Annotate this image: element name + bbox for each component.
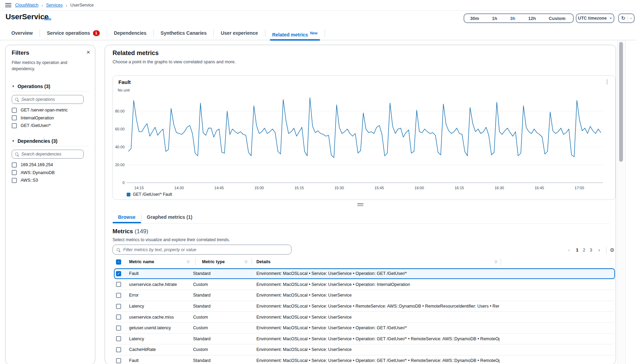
time-range-option[interactable]: 30m	[466, 15, 485, 21]
tab[interactable]: Service operations1	[40, 26, 106, 40]
col-metric-type: Metric type	[202, 259, 225, 264]
checkbox[interactable]	[12, 108, 17, 113]
tab[interactable]: Dependencies	[107, 26, 153, 40]
tab-browse[interactable]: Browse	[113, 212, 141, 223]
table-row[interactable]: Latency Standard Environment: MacOSLocal…	[114, 334, 615, 345]
table-row[interactable]: Fault Standard Environment: MacOSLocal •…	[114, 355, 615, 364]
info-link[interactable]: Info	[44, 17, 51, 21]
filter-icon[interactable]: ▽	[245, 260, 247, 264]
metric-name-cell: userservice.cache.hitrate	[129, 282, 177, 287]
time-range-option[interactable]: 1h	[488, 15, 502, 21]
tab[interactable]: Related metricsNew	[265, 26, 325, 40]
resize-handle[interactable]	[357, 203, 363, 207]
refresh-button[interactable]: ↻	[619, 14, 628, 22]
y-axis: 80.0060.0040.0020.000	[112, 96, 125, 184]
time-range-option[interactable]: 3h	[506, 15, 521, 21]
checkbox[interactable]	[12, 162, 17, 168]
metric-details-link[interactable]: Environment: MacOSLocal • Service: UserS…	[256, 358, 499, 363]
metric-details-cell: Environment: MacOSLocal • Service: UserS…	[256, 315, 499, 320]
tab[interactable]: User experience	[214, 26, 265, 40]
pagination-page[interactable]: 3	[587, 246, 594, 255]
operations-search-input[interactable]	[21, 97, 76, 102]
dependencies-list: 169.254.169.254 AWS::DynamoDB AWS::S3	[12, 161, 91, 184]
page-title: UserService	[6, 12, 49, 21]
breadcrumb-services[interactable]: Services	[46, 3, 63, 8]
row-checkbox[interactable]	[116, 282, 121, 287]
metric-details-link[interactable]: Environment: MacOSLocal • Service: UserS…	[256, 347, 352, 352]
metric-details-link[interactable]: Environment: MacOSLocal • Service: UserS…	[256, 325, 407, 330]
row-checkbox[interactable]	[116, 314, 121, 320]
breadcrumb-cloudwatch[interactable]: CloudWatch	[15, 3, 39, 8]
metric-details-link[interactable]: Environment: MacOSLocal • Service: UserS…	[256, 282, 410, 287]
pagination-prev-icon[interactable]: ‹	[565, 246, 572, 255]
metric-name-cell: getuser.userid.latency	[129, 325, 171, 330]
table-row[interactable]: Error Standard Environment: MacOSLocal •…	[114, 290, 615, 301]
dependency-filter-item[interactable]: AWS::S3	[12, 176, 91, 184]
operations-section-header[interactable]: ▼ Operations (3)	[12, 84, 50, 89]
checkbox[interactable]	[12, 178, 17, 183]
row-checkbox[interactable]	[116, 336, 121, 341]
metric-type-cell: Standard	[193, 293, 211, 298]
refresh-options-button[interactable]: ▼	[628, 14, 634, 22]
checkbox[interactable]	[12, 115, 17, 120]
timezone-select[interactable]: UTC timezone ▼	[576, 13, 614, 23]
fault-chart-plot[interactable]: 80.0060.0040.0020.000 14:1514:3014:4515:…	[127, 96, 603, 184]
table-row[interactable]: CacheHitRate Custom Environment: MacOSLo…	[114, 344, 615, 355]
metric-details-link[interactable]: Environment: MacOSLocal • Service: UserS…	[256, 336, 499, 341]
metric-details-link[interactable]: Environment: MacOSLocal • Service: UserS…	[256, 293, 352, 298]
table-row[interactable]: userservice.cache.miss Custom Environmen…	[114, 312, 615, 323]
scrollbar-thumb[interactable]	[619, 42, 623, 162]
pagination-pages: 1 2 3	[574, 246, 594, 255]
row-checkbox[interactable]	[116, 347, 121, 352]
pagination-next-icon[interactable]: ›	[596, 246, 603, 255]
refresh-icon: ↻	[621, 15, 626, 21]
section-subtitle: Choose a point in the graphs to view cor…	[113, 60, 236, 64]
table-row[interactable]: userservice.cache.hitrate Custom Environ…	[114, 279, 615, 290]
x-axis-tick: 14:15	[134, 186, 144, 190]
row-checkbox[interactable]	[116, 358, 121, 363]
checkbox[interactable]	[12, 170, 17, 175]
close-icon[interactable]: ×	[86, 49, 90, 56]
filter-icon[interactable]: ▽	[495, 260, 497, 264]
metrics-filter-input[interactable]	[123, 247, 291, 252]
refresh-control: ↻ ▼	[618, 13, 635, 23]
checkbox[interactable]	[12, 123, 17, 128]
tab-graphed-metrics[interactable]: Graphed metrics (1)	[141, 212, 198, 223]
pagination-page[interactable]: 1	[574, 246, 581, 255]
pagination-page[interactable]: 2	[581, 246, 587, 255]
filters-description: Filter metrics by operation and dependen…	[12, 60, 77, 72]
time-range-option[interactable]: 12h	[524, 15, 541, 21]
metric-details-cell: Environment: MacOSLocal • Service: UserS…	[256, 336, 499, 341]
tab[interactable]: Overview	[4, 26, 40, 40]
table-row[interactable]: Latency Standard Environment: MacOSLocal…	[114, 301, 615, 312]
row-checkbox[interactable]	[116, 304, 121, 309]
select-all-checkbox[interactable]: −	[116, 259, 121, 265]
row-checkbox[interactable]	[116, 293, 121, 298]
row-checkbox[interactable]: ✓	[116, 271, 121, 276]
metric-details-link[interactable]: Environment: MacOSLocal • Service: UserS…	[256, 271, 407, 276]
tab[interactable]: Synthetics Canaries	[154, 26, 214, 40]
gear-icon[interactable]: ⚙	[610, 247, 614, 253]
metric-details-cell: Environment: MacOSLocal • Service: UserS…	[256, 358, 499, 363]
table-row[interactable]: getuser.userid.latency Custom Environmen…	[114, 323, 615, 334]
metric-details-cell: Environment: MacOSLocal • Service: UserS…	[256, 271, 499, 276]
time-range-option[interactable]: Custom	[545, 15, 571, 21]
y-axis-tick: 20.00	[112, 162, 125, 167]
filter-icon[interactable]: ▽	[187, 260, 190, 264]
row-checkbox[interactable]	[116, 325, 121, 331]
dependencies-search-input[interactable]	[21, 152, 76, 157]
dependency-filter-item[interactable]: 169.254.169.254	[12, 161, 91, 169]
scrollbar-track[interactable]	[617, 41, 626, 364]
metric-details-link[interactable]: Environment: MacOSLocal • Service: UserS…	[256, 315, 352, 320]
operation-filter-item[interactable]: GET /GetUser/*	[12, 122, 91, 130]
dependency-filter-item[interactable]: AWS::DynamoDB	[12, 169, 91, 177]
metric-name-cell: Fault	[129, 358, 139, 363]
metric-details-link[interactable]: Environment: MacOSLocal • Service: UserS…	[256, 304, 499, 309]
operation-filter-item[interactable]: InternalOperation	[12, 114, 91, 122]
table-row[interactable]: ✓ Fault Standard Environment: MacOSLocal…	[114, 268, 615, 279]
operation-filter-item[interactable]: GET /server-span-metric	[12, 106, 91, 114]
dependencies-section-header[interactable]: ▼ Dependencies (3)	[12, 138, 57, 144]
time-range-label: 12h	[528, 16, 536, 21]
kebab-menu-icon[interactable]: ⋮	[604, 78, 610, 85]
menu-icon[interactable]	[5, 3, 11, 7]
